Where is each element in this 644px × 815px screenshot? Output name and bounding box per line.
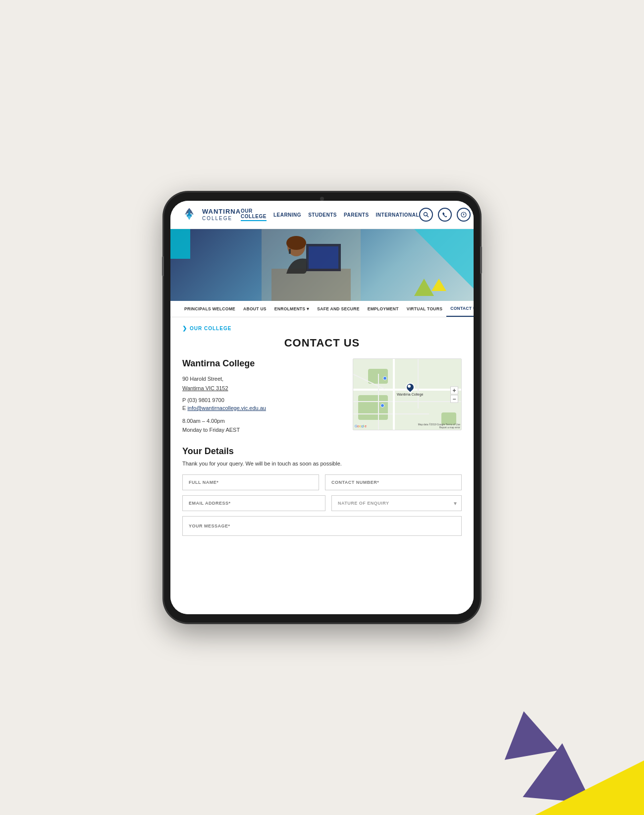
sub-nav-virtual-tours[interactable]: VIRTUAL TOURS [403,301,447,316]
form-description: Thank you for your query. We will be in … [182,461,462,466]
nav-link-students[interactable]: STUDENTS [308,212,337,218]
form-row-3 [182,516,462,536]
map-location-dot-2 [380,404,384,408]
svg-text:l: l [363,424,364,428]
contact-address-line1: 90 Harold Street, [182,375,343,383]
map-marker: Wantirna College [397,383,423,396]
main-content: ❯ OUR COLLEGE CONTACT US Wantirna Colleg… [170,317,474,614]
hero-image [170,229,474,301]
sub-nav-safe-secure[interactable]: SAFE AND SECURE [313,301,363,316]
tablet-button-left [162,256,164,276]
map-zoom-out-button[interactable]: − [450,395,458,403]
map-location-dot-1 [383,376,387,380]
form-row-2: NATURE OF ENQUIRY General Enquiry Enrolm… [182,495,462,511]
contact-info: Wantirna College 90 Harold Street, Wanti… [182,358,343,434]
map-zoom-in-button[interactable]: + [450,386,458,394]
nav-icons [419,208,471,222]
contact-address-line2: Wantirna VIC 3152 [182,384,343,393]
contact-number-input[interactable] [325,474,462,490]
your-message-input[interactable] [182,516,462,536]
sub-nav-employment[interactable]: EMPLOYMENT [364,301,403,316]
map-road-v1 [393,359,395,430]
phone-label: P [182,397,186,403]
contact-layout: Wantirna College 90 Harold Street, Wanti… [182,358,462,434]
svg-text:e: e [365,424,367,428]
form-row-1 [182,474,462,490]
nav-logo-college: COLLEGE [202,216,241,221]
nature-select-wrapper: NATURE OF ENQUIRY General Enquiry Enrolm… [331,495,462,511]
sub-nav-enrolments[interactable]: ENROLMENTS ▾ [270,301,313,316]
map-terms: Map data ©2019 Google Terms of Use Repor… [411,423,460,429]
sub-nav-principals-welcome[interactable]: PRINCIPALS WELCOME [180,301,239,316]
map-road-h2 [353,401,461,402]
tablet-camera [320,197,324,201]
map-copyright: G o o g l e [355,424,369,428]
email-address-input[interactable] [182,495,325,511]
phone-number: (03) 9801 9700 [187,397,224,403]
svg-point-0 [424,213,428,216]
svg-line-1 [427,216,429,218]
hero-person-silhouette [262,229,361,301]
sub-nav-about-us[interactable]: ABOUT US [239,301,270,316]
hero-green-triangle [414,279,434,296]
contact-hours-line1: 8.00am – 4.00pm [182,417,343,426]
map-zoom-controls: + − [450,386,458,403]
compass-icon [461,212,467,218]
map-road-v3 [378,374,379,430]
nav-logo[interactable]: WANTIRNA COLLEGE [180,206,241,224]
search-icon [423,212,429,218]
map-marker-inner [408,385,411,388]
nav-link-our-college[interactable]: OUR COLLEGE [241,208,267,221]
contact-email: E info@wantirnacollege.vic.edu.au [182,405,343,411]
map-road-h3 [353,413,429,414]
phone-icon [442,212,448,218]
email-link[interactable]: info@wantirnacollege.vic.edu.au [187,405,266,411]
sub-navbar: PRINCIPALS WELCOME ABOUT US ENROLMENTS ▾… [170,301,474,317]
page-title: CONTACT US [182,337,462,349]
breadcrumb-text: OUR COLLEGE [190,326,231,331]
svg-point-3 [463,214,464,215]
contact-phone: P (03) 9801 9700 [182,397,343,403]
your-details-title: Your Details [182,446,462,457]
breadcrumb: ❯ OUR COLLEGE [182,325,462,332]
sub-nav-contact-us[interactable]: CONTACT US [446,301,474,317]
college-name: Wantirna College [182,358,343,369]
svg-rect-5 [271,269,351,301]
full-name-input[interactable] [182,474,319,490]
tablet-screen: WANTIRNA COLLEGE OUR COLLEGE LEARNING ST… [170,201,474,614]
map-background: Wantirna College + − [353,359,461,430]
svg-rect-10 [289,249,291,254]
tablet-frame: WANTIRNA COLLEGE OUR COLLEGE LEARNING ST… [163,192,481,623]
tablet-button-right [480,246,482,274]
nav-links: OUR COLLEGE LEARNING STUDENTS PARENTS IN… [241,208,419,221]
your-details-section: Your Details Thank you for your query. W… [182,446,462,536]
map-container[interactable]: Wantirna College + − [353,358,462,430]
map-park-1 [358,395,388,420]
compass-icon-button[interactable] [457,208,471,222]
hero-yellow-triangle [431,279,446,291]
hero-cyan-overlay [170,229,190,259]
svg-rect-7 [309,246,338,269]
email-label: E [182,405,186,411]
contact-hours-line2: Monday to Friday AEST [182,426,343,435]
nav-logo-wantirna: WANTIRNA [202,208,241,215]
nature-of-enquiry-select[interactable]: NATURE OF ENQUIRY General Enquiry Enrolm… [331,495,462,511]
nav-link-learning[interactable]: LEARNING [273,212,301,218]
nav-link-parents[interactable]: PARENTS [344,212,369,218]
nav-link-international[interactable]: INTERNATIONAL [376,212,419,218]
nav-logo-text: WANTIRNA COLLEGE [202,208,241,221]
search-icon-button[interactable] [419,208,433,222]
svg-point-9 [286,236,306,250]
google-logo-icon: G o o g l e [355,424,369,428]
breadcrumb-chevron-icon: ❯ [182,325,187,332]
phone-icon-button[interactable] [438,208,452,222]
main-navbar: WANTIRNA COLLEGE OUR COLLEGE LEARNING ST… [170,201,474,229]
wantirna-logo-icon [180,206,198,224]
